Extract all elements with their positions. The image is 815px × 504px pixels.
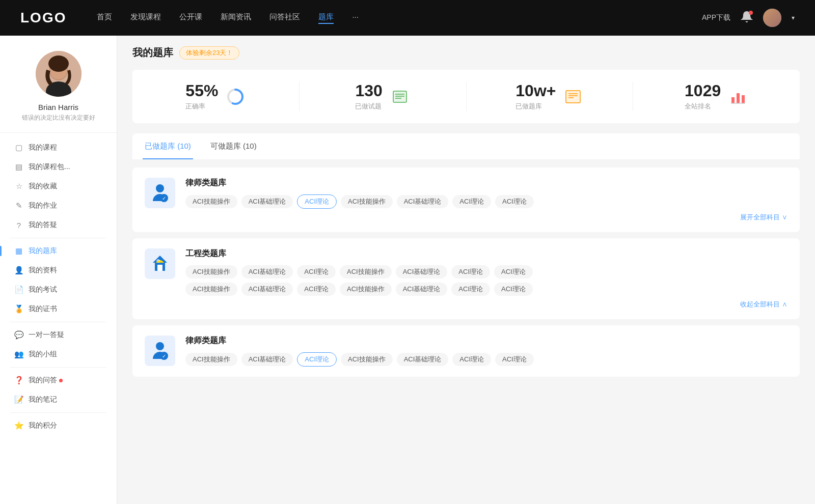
stat-label: 已做试题 (355, 102, 382, 111)
stat-label: 全站排名 (685, 102, 721, 111)
sidebar-menu: ▢我的课程▤我的课程包...☆我的收藏✎我的作业?我的答疑▦我的题库👤我的资料📄… (0, 138, 117, 435)
nav-item-首页[interactable]: 首页 (97, 12, 112, 24)
tag-1-row2-6[interactable]: ACI理论 (494, 283, 533, 296)
sidebar-avatar (36, 51, 82, 97)
sidebar-divider-9 (10, 322, 106, 322)
avatar-image (763, 9, 781, 27)
layout: Brian Harris 错误的决定比没有决定要好 ▢我的课程▤我的课程包...… (0, 36, 815, 504)
tag-2-4[interactable]: ACI基础理论 (397, 353, 449, 366)
question-icon: ? (14, 220, 23, 230)
tag-1-3[interactable]: ACI技能操作 (340, 265, 392, 278)
bank-icon: ▦ (14, 246, 23, 256)
book-icon (563, 87, 583, 107)
sidebar-item-label: 我的问答 (29, 376, 57, 385)
tag-0-1[interactable]: ACI基础理论 (241, 195, 293, 208)
nav-item-···[interactable]: ··· (352, 12, 359, 24)
tag-0-0[interactable]: ACI技能操作 (185, 195, 237, 208)
sidebar-item-我的作业[interactable]: ✎我的作业 (0, 196, 117, 215)
bank-info-1: 工程类题库ACI技能操作ACI基础理论ACI理论ACI技能操作ACI基础理论AC… (185, 248, 787, 309)
svg-text:✓: ✓ (162, 195, 166, 201)
svg-rect-8 (393, 91, 406, 102)
expand-link-0[interactable]: 展开全部科目 ∨ (185, 213, 787, 222)
nav-item-问答社区[interactable]: 问答社区 (269, 12, 300, 24)
tab-已做题库 (10)[interactable]: 已做题库 (10) (143, 133, 193, 159)
tag-0-2[interactable]: ACI理论 (297, 194, 337, 209)
sidebar-item-label: 我的题库 (29, 246, 57, 256)
stat-value: 55% (185, 82, 218, 100)
sidebar-item-label: 我的小组 (29, 350, 57, 359)
nav-item-题库[interactable]: 题库 (318, 12, 334, 24)
sidebar-item-我的笔记[interactable]: 📝我的笔记 (0, 390, 117, 409)
tag-1-row2-1[interactable]: ACI基础理论 (241, 283, 293, 296)
tag-1-1[interactable]: ACI基础理论 (241, 265, 293, 278)
tags-row1-1: ACI技能操作ACI基础理论ACI理论ACI技能操作ACI基础理论ACI理论AC… (185, 265, 787, 278)
tags-row-2: ACI技能操作ACI基础理论ACI理论ACI技能操作ACI基础理论ACI理论AC… (185, 352, 787, 367)
nav-item-新闻资讯[interactable]: 新闻资讯 (221, 12, 251, 24)
tag-1-row2-4[interactable]: ACI基础理论 (396, 283, 448, 296)
exam-icon: 📄 (14, 285, 23, 294)
stat-value: 1029 (685, 82, 721, 100)
sidebar-item-我的课程[interactable]: ▢我的课程 (0, 138, 117, 157)
sidebar-item-我的问答[interactable]: ❓我的问答 (0, 371, 117, 390)
collapse-link-1[interactable]: 收起全部科目 ∧ (185, 300, 787, 309)
svg-text:✓: ✓ (162, 353, 166, 359)
nav-item-公开课[interactable]: 公开课 (179, 12, 202, 24)
tab-可做题库 (10)[interactable]: 可做题库 (10) (208, 133, 259, 159)
sidebar-item-我的资料[interactable]: 👤我的资料 (0, 261, 117, 280)
page-header: 我的题库 体验剩余23天！ (132, 46, 800, 60)
stat-value: 130 (355, 82, 382, 100)
sidebar-item-我的考试[interactable]: 📄我的考试 (0, 280, 117, 299)
tag-0-5[interactable]: ACI理论 (452, 195, 491, 208)
bank-card-0: ✓ 律师类题库ACI技能操作ACI基础理论ACI理论ACI技能操作ACI基础理论… (132, 167, 800, 232)
group-icon: 👥 (14, 350, 23, 359)
tag-0-6[interactable]: ACI理论 (495, 195, 534, 208)
tabs: 已做题库 (10)可做题库 (10) (132, 133, 800, 159)
stats-card: 55% 正确率 130 已做试题 10w+ 已做题库 1029 全站排名 (132, 70, 800, 123)
user-dropdown-arrow[interactable]: ▾ (792, 14, 795, 21)
nav-item-发现课程[interactable]: 发现课程 (130, 12, 161, 24)
tag-0-3[interactable]: ACI技能操作 (341, 195, 393, 208)
bank-name-2: 律师类题库 (185, 335, 787, 346)
tag-2-1[interactable]: ACI基础理论 (241, 353, 293, 366)
sidebar-item-一对一答疑[interactable]: 💬一对一答疑 (0, 325, 117, 345)
tag-0-4[interactable]: ACI基础理论 (397, 195, 449, 208)
sidebar-item-我的题库[interactable]: ▦我的题库 (0, 241, 117, 261)
tag-1-row2-0[interactable]: ACI技能操作 (185, 283, 237, 296)
sidebar-item-label: 一对一答疑 (29, 330, 64, 340)
main-content: 我的题库 体验剩余23天！ 55% 正确率 130 已做试题 10w+ 已做题库… (117, 36, 815, 504)
sidebar-item-label: 我的答疑 (29, 220, 57, 230)
bank-list: ✓ 律师类题库ACI技能操作ACI基础理论ACI理论ACI技能操作ACI基础理论… (132, 167, 800, 377)
sidebar-divider-11 (10, 367, 106, 368)
sidebar-item-label: 我的课程 (29, 143, 57, 152)
tag-1-4[interactable]: ACI基础理论 (396, 265, 448, 278)
tag-1-5[interactable]: ACI理论 (451, 265, 490, 278)
tag-1-6[interactable]: ACI理论 (494, 265, 533, 278)
sidebar-item-我的小组[interactable]: 👥我的小组 (0, 345, 117, 364)
sidebar-item-我的课程包...[interactable]: ▤我的课程包... (0, 157, 117, 177)
tags-row2-1: ACI技能操作ACI基础理论ACI理论ACI技能操作ACI基础理论ACI理论AC… (185, 283, 787, 296)
avatar[interactable] (763, 9, 781, 27)
tag-1-row2-5[interactable]: ACI理论 (451, 283, 490, 296)
engineer-icon: ⛑ (145, 248, 175, 279)
sidebar-item-我的答疑[interactable]: ?我的答疑 (0, 215, 117, 235)
points-icon: ⭐ (14, 421, 23, 430)
sidebar-motto: 错误的决定比没有决定要好 (22, 114, 95, 122)
tag-1-row2-3[interactable]: ACI技能操作 (340, 283, 392, 296)
sidebar-item-我的收藏[interactable]: ☆我的收藏 (0, 177, 117, 196)
svg-point-20 (156, 184, 164, 192)
tag-1-row2-2[interactable]: ACI理论 (297, 283, 336, 296)
svg-rect-16 (731, 97, 735, 103)
tag-2-5[interactable]: ACI理论 (452, 353, 491, 366)
notification-bell[interactable] (741, 11, 753, 25)
sidebar-item-我的证书[interactable]: 🏅我的证书 (0, 299, 117, 319)
tag-2-3[interactable]: ACI技能操作 (341, 353, 393, 366)
bank-info-0: 律师类题库ACI技能操作ACI基础理论ACI理论ACI技能操作ACI基础理论AC… (185, 178, 787, 222)
tag-1-2[interactable]: ACI理论 (297, 265, 336, 278)
tag-2-6[interactable]: ACI理论 (495, 353, 534, 366)
tag-2-0[interactable]: ACI技能操作 (185, 353, 237, 366)
tag-1-0[interactable]: ACI技能操作 (185, 265, 237, 278)
svg-text:⛑: ⛑ (156, 259, 161, 264)
sidebar-item-我的积分[interactable]: ⭐我的积分 (0, 416, 117, 435)
app-download-button[interactable]: APP下载 (702, 13, 730, 22)
tag-2-2[interactable]: ACI理论 (297, 352, 337, 367)
